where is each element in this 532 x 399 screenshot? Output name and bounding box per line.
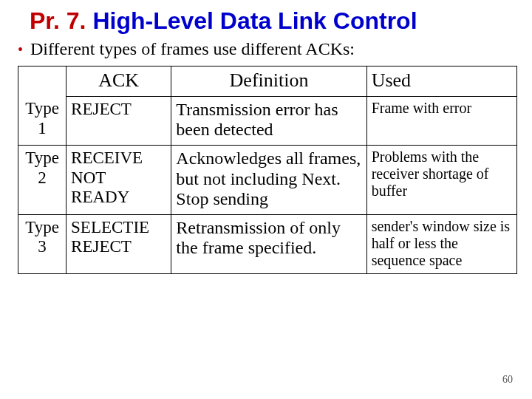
cell-type: Type 2: [18, 146, 66, 215]
cell-ack: SELECTIE REJECT: [66, 214, 171, 273]
title-prefix: Pr. 7.: [30, 7, 86, 34]
title-rest: High-Level Data Link Control: [86, 7, 417, 34]
cell-def: Retransmission of only the frame specifi…: [171, 214, 366, 273]
cell-type: Type 3: [18, 214, 66, 273]
cell-def: Acknowledges all frames, but not includi…: [171, 146, 366, 215]
bullet-text: Different types of frames use different …: [30, 39, 355, 59]
th-ack: ACK: [66, 66, 171, 97]
table-row: Type 1 REJECT Transmission error has bee…: [18, 96, 517, 145]
bullet-line: • Different types of frames use differen…: [0, 38, 532, 66]
th-def: Definition: [171, 66, 366, 97]
bullet-dot-icon: •: [18, 39, 23, 60]
th-type: [18, 66, 66, 97]
cell-used: Frame with error: [366, 96, 516, 145]
table-row: Type 3 SELECTIE REJECT Retransmission of…: [18, 214, 517, 273]
table-row: Type 2 RECEIVE NOT READY Acknowledges al…: [18, 146, 517, 215]
cell-def: Transmission error has been detected: [171, 96, 366, 145]
cell-used: Problems with the receiver shortage of b…: [366, 146, 516, 215]
cell-type: Type 1: [18, 96, 66, 145]
cell-ack: RECEIVE NOT READY: [66, 146, 171, 215]
ack-table: ACK Definition Used Type 1 REJECT Transm…: [18, 66, 517, 274]
page-number: 60: [502, 374, 513, 386]
slide-title: Pr. 7. High-Level Data Link Control: [0, 0, 532, 38]
cell-ack: REJECT: [66, 96, 171, 145]
table-header-row: ACK Definition Used: [18, 66, 517, 97]
th-used: Used: [366, 66, 516, 97]
cell-used: sender's window size is half or less the…: [366, 214, 516, 273]
